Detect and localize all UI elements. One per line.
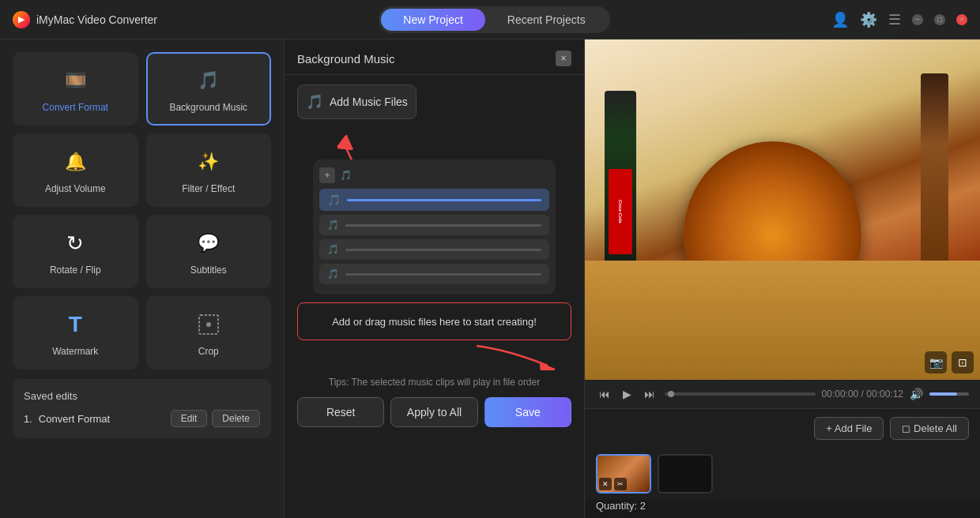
crop-label: Crop: [198, 346, 219, 357]
quantity-display: Quantity: 2: [585, 500, 980, 518]
tools-grid: 🎞️ Convert Format 🎵 Background Music 🔔 A…: [13, 52, 271, 370]
music-list-area: + 🎵 🎵 🎵 🎵 🎵: [313, 160, 556, 295]
saved-edit-actions: Edit Delete: [171, 410, 260, 427]
bottom-toolbar: + Add File ◻ Delete All: [585, 408, 980, 448]
music-note-icon-1: 🎵: [327, 193, 341, 206]
new-project-tab[interactable]: New Project: [381, 9, 484, 31]
thumbnail-2[interactable]: [658, 454, 713, 494]
volume-bar[interactable]: [929, 392, 969, 396]
camera-icon[interactable]: 📷: [925, 351, 947, 373]
tool-crop[interactable]: Crop: [146, 296, 272, 370]
tool-watermark[interactable]: T Watermark: [13, 296, 138, 370]
left-panel: 🎞️ Convert Format 🎵 Background Music 🔔 A…: [0, 39, 285, 518]
thumb-cut-icon[interactable]: ✂: [614, 478, 627, 490]
app-title: iMyMac Video Converter: [36, 13, 157, 26]
music-note-icon-3: 🎵: [327, 244, 339, 255]
filter-effect-label: Filter / Effect: [182, 183, 235, 194]
pizza-visual: Coca-Cola: [585, 39, 980, 380]
watermark-icon: T: [59, 309, 91, 340]
music-track-bar-1: [347, 199, 541, 201]
drag-zone-text: Add or drag music files here to start cr…: [332, 316, 537, 328]
adjust-volume-label: Adjust Volume: [45, 183, 106, 194]
tab-switcher: New Project Recent Projects: [379, 6, 609, 33]
music-track-bar-4: [345, 273, 541, 276]
play-button[interactable]: ▶: [620, 386, 635, 402]
drag-drop-zone[interactable]: Add or drag music files here to start cr…: [297, 302, 571, 340]
recent-projects-tab[interactable]: Recent Projects: [485, 9, 608, 31]
music-area: + 🎵 🎵 🎵 🎵 🎵: [297, 129, 571, 295]
settings-icon[interactable]: ⚙️: [860, 11, 877, 28]
dialog-close-button[interactable]: ×: [556, 51, 571, 66]
save-button[interactable]: Save: [484, 397, 571, 427]
user-icon: 👤: [831, 11, 849, 28]
saved-edit-row: 1. Convert Format Edit Delete: [24, 410, 260, 427]
thumbnail-1-overlay: ✕ ✂: [599, 478, 627, 490]
tool-filter-effect[interactable]: ✨ Filter / Effect: [146, 133, 272, 207]
background-music-icon: 🎵: [193, 65, 224, 96]
add-file-button[interactable]: + Add File: [814, 417, 884, 440]
saved-edit-number: 1.: [24, 413, 32, 425]
arrow-down-area: [297, 348, 571, 377]
dialog-title: Background Music: [297, 52, 394, 66]
subtitles-icon: 💬: [193, 227, 224, 259]
tool-adjust-volume[interactable]: 🔔 Adjust Volume: [13, 133, 138, 207]
close-button[interactable]: ×: [956, 14, 967, 25]
add-track-label: 🎵: [340, 170, 352, 181]
tool-background-music[interactable]: 🎵 Background Music: [146, 52, 272, 126]
music-track-row-2[interactable]: 🎵: [319, 215, 549, 235]
thumb-remove-icon[interactable]: ✕: [599, 478, 612, 490]
video-preview: Coca-Cola 📷 ⊡: [585, 39, 980, 380]
volume-icon: 🔊: [910, 388, 923, 400]
main-layout: 🎞️ Convert Format 🎵 Background Music 🔔 A…: [0, 39, 980, 518]
music-note-icon: 🎵: [306, 93, 323, 111]
maximize-button[interactable]: □: [934, 14, 945, 25]
app-logo: ▶: [13, 11, 30, 28]
video-overlay-icons: 📷 ⊡: [925, 351, 974, 373]
adjust-volume-icon: 🔔: [59, 146, 91, 178]
tool-subtitles[interactable]: 💬 Subtitles: [146, 215, 272, 288]
edit-button[interactable]: Edit: [171, 410, 208, 427]
background-music-dialog: Background Music × 🎵 Add Music Files: [285, 39, 585, 518]
music-track-row-1[interactable]: 🎵: [319, 189, 549, 211]
background-music-label: Background Music: [169, 102, 247, 113]
music-note-icon-2: 🎵: [327, 220, 339, 231]
progress-dot: [668, 391, 674, 397]
tool-convert-format[interactable]: 🎞️ Convert Format: [13, 52, 138, 126]
total-time: 00:00:12: [866, 388, 903, 400]
bottom-actions: + Add File ◻ Delete All: [814, 417, 969, 440]
video-controls-bar: ⏮ ▶ ⏭ 00:00:00 / 00:00:12 🔊: [585, 380, 980, 408]
tool-rotate-flip[interactable]: ↻ Rotate / Flip: [13, 215, 138, 288]
thumbnail-2-image: [659, 456, 711, 492]
delete-all-button[interactable]: ◻ Delete All: [890, 417, 969, 440]
delete-button[interactable]: Delete: [212, 410, 260, 427]
current-time: 00:00:00: [822, 388, 859, 400]
right-panel: Coca-Cola 📷 ⊡ ⏮ ▶ ⏭ 00:00:00 /: [585, 39, 980, 518]
titlebar: ▶ iMyMac Video Converter New Project Rec…: [0, 0, 980, 39]
saved-edits-panel: Saved edits 1. Convert Format Edit Delet…: [13, 379, 271, 438]
thumbnail-1[interactable]: ✕ ✂: [596, 454, 651, 494]
apply-to-all-button[interactable]: Apply to All: [390, 397, 477, 427]
reset-button[interactable]: Reset: [297, 397, 384, 427]
music-track-row-3[interactable]: 🎵: [319, 239, 549, 260]
dialog-footer: Reset Apply to All Save: [285, 397, 584, 440]
svg-point-1: [206, 322, 211, 327]
add-music-button[interactable]: 🎵 Add Music Files: [297, 84, 416, 119]
dialog-header: Background Music ×: [285, 39, 584, 75]
titlebar-right: 👤 ⚙️ ☰ − □ ×: [831, 11, 967, 28]
arrow-down-indicator: [469, 342, 564, 370]
music-track-bar-3: [345, 249, 541, 251]
music-track-row-4[interactable]: 🎵: [319, 264, 549, 284]
filter-effect-icon: ✨: [193, 146, 224, 178]
layout-icon[interactable]: ⊡: [952, 351, 974, 373]
skip-forward-button[interactable]: ⏭: [641, 386, 658, 402]
saved-edits-title: Saved edits: [24, 390, 260, 402]
progress-track[interactable]: [665, 392, 816, 396]
rotate-flip-icon: ↻: [59, 227, 91, 259]
add-music-label: Add Music Files: [330, 96, 408, 108]
tips-text: Tips: The selected music clips will play…: [297, 377, 571, 388]
menu-icon[interactable]: ☰: [888, 11, 901, 28]
skip-back-button[interactable]: ⏮: [596, 386, 613, 402]
subtitles-label: Subtitles: [190, 265, 227, 276]
saved-edit-name: Convert Format: [39, 413, 171, 425]
minimize-button[interactable]: −: [912, 14, 923, 25]
